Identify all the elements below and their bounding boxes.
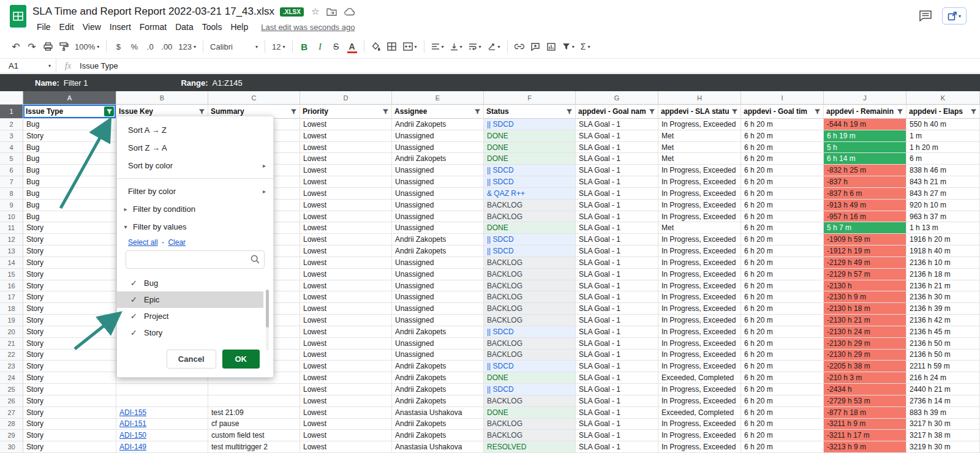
cell-J16[interactable]: -2130 h [824,280,907,292]
column-header-A[interactable]: A [23,91,116,105]
row-header-30[interactable]: 30 [0,441,23,453]
cell-D27[interactable]: Lowest [300,407,392,419]
cell-A6[interactable]: Bug [23,165,116,176]
cell-K29[interactable]: 3217 h 38 m [907,430,980,441]
cell-H25[interactable]: In Progress, Exceeded [658,384,741,395]
column-header-E[interactable]: E [392,91,484,105]
cell-J21[interactable]: -2130 h 29 m [824,338,907,350]
cell-K19[interactable]: 2136 h 42 m [907,315,980,326]
header-cell-appdevi-remainin[interactable]: appdevi - Remainin [824,105,907,119]
cell-A4[interactable]: Bug [23,142,116,154]
cell-C25[interactable] [208,384,300,395]
cell-J7[interactable]: -837 h [824,176,907,188]
cell-G5[interactable]: SLA Goal - 1 [576,153,658,165]
cell-J26[interactable]: -2729 h 53 m [824,395,907,407]
cell-F9[interactable]: BACKLOG [484,200,576,211]
cell-D15[interactable]: Lowest [300,269,392,280]
cell-D13[interactable]: Lowest [300,245,392,257]
paint-format-button[interactable] [56,39,71,54]
cell-I16[interactable]: 6 h 20 m [741,280,824,292]
cell-I30[interactable]: 6 h 20 m [741,441,824,453]
cell-F15[interactable]: BACKLOG [484,269,576,280]
cell-H26[interactable]: In Progress, Exceeded [658,395,741,407]
cell-J2[interactable]: -544 h 19 m [824,119,907,130]
select-all-link[interactable]: Select all [128,238,158,247]
header-cell-appdevi-goal-nam[interactable]: appdevi - Goal nam [576,105,658,119]
cell-G28[interactable]: SLA Goal - 1 [576,419,658,430]
cell-F2[interactable]: || SDCD [484,119,576,130]
dropdown-scrollbar[interactable] [266,290,269,351]
cell-K22[interactable]: 2136 h 50 m [907,350,980,361]
cell-G6[interactable]: SLA Goal - 1 [576,165,658,176]
create-filter-button[interactable]: ▾ [560,39,577,54]
cell-F12[interactable]: || SDCD [484,234,576,245]
cell-A17[interactable]: Story [23,291,116,303]
scrollbar-thumb[interactable] [266,290,269,328]
cell-H4[interactable]: Met [658,142,741,154]
cell-I29[interactable]: 6 h 20 m [741,430,824,441]
cell-G24[interactable]: SLA Goal - 1 [576,372,658,384]
cell-A8[interactable]: Bug [23,188,116,200]
row-header-9[interactable]: 9 [0,200,23,211]
cell-E11[interactable]: Unassigned [392,222,484,234]
cell-D16[interactable]: Lowest [300,280,392,292]
cell-D14[interactable]: Lowest [300,257,392,269]
cell-J9[interactable]: -913 h 49 m [824,200,907,211]
column-header-J[interactable]: J [824,91,907,105]
cell-G16[interactable]: SLA Goal - 1 [576,280,658,292]
cell-A3[interactable]: Story [23,130,116,142]
cell-G19[interactable]: SLA Goal - 1 [576,315,658,326]
cell-E17[interactable]: Unassigned [392,291,484,303]
cell-A21[interactable]: Story [23,338,116,350]
cell-E15[interactable]: Unassigned [392,269,484,280]
cell-D4[interactable]: Lowest [300,142,392,154]
cell-F7[interactable]: || SDCD [484,176,576,188]
menu-item-filter-by-color[interactable]: Filter by color▸ [117,182,273,200]
row-header-5[interactable]: 5 [0,153,23,165]
cell-C30[interactable]: test multitrigger 2 [208,441,300,453]
cell-F22[interactable]: BACKLOG [484,350,576,361]
row-header-15[interactable]: 15 [0,269,23,280]
bold-button[interactable]: B [297,39,312,54]
menu-help[interactable]: Help [226,21,252,33]
cell-G22[interactable]: SLA Goal - 1 [576,350,658,361]
cell-G10[interactable]: SLA Goal - 1 [576,211,658,223]
cell-F11[interactable]: DONE [484,222,576,234]
cell-F10[interactable]: BACKLOG [484,211,576,223]
cell-I9[interactable]: 6 h 20 m [741,200,824,211]
cell-A23[interactable]: Story [23,361,116,372]
filter-value-bug[interactable]: ✓Bug [117,275,273,291]
cell-D10[interactable]: Lowest [300,211,392,223]
filter-funnel-icon[interactable] [813,107,821,116]
cell-J15[interactable]: -2129 h 57 m [824,269,907,280]
row-header-11[interactable]: 11 [0,222,23,234]
cell-F8[interactable]: & QAZ R++ [484,188,576,200]
row-header-6[interactable]: 6 [0,165,23,176]
cell-H8[interactable]: In Progress, Exceeded [658,188,741,200]
cell-G13[interactable]: SLA Goal - 1 [576,245,658,257]
cell-I4[interactable]: 6 h 20 m [741,142,824,154]
cell-E8[interactable]: Unassigned [392,188,484,200]
insert-chart-button[interactable] [544,39,559,54]
filter-value-story[interactable]: ✓Story [117,324,273,341]
cell-A18[interactable]: Story [23,303,116,315]
row-header-29[interactable]: 29 [0,430,23,441]
cell-E30[interactable]: Anastasia Ushakova [392,441,484,453]
cell-J23[interactable]: -2205 h 38 m [824,361,907,372]
cell-E25[interactable]: Andrii Zakopets [392,384,484,395]
cell-H15[interactable]: In Progress, Exceeded [658,269,741,280]
cell-D12[interactable]: Lowest [300,234,392,245]
cell-H16[interactable]: In Progress, Exceeded [658,280,741,292]
cell-K10[interactable]: 963 h 37 m [907,211,980,223]
row-header-24[interactable]: 24 [0,372,23,384]
cell-H23[interactable]: In Progress, Exceeded [658,361,741,372]
cell-E18[interactable]: Unassigned [392,303,484,315]
cell-J14[interactable]: -2129 h 49 m [824,257,907,269]
cell-A27[interactable]: Story [23,407,116,419]
select-all-corner[interactable] [0,91,23,105]
cell-E5[interactable]: Andrii Zakopets [392,153,484,165]
cell-D25[interactable]: Lowest [300,384,392,395]
menu-file[interactable]: File [32,21,55,33]
cell-D21[interactable]: Lowest [300,338,392,350]
cell-F28[interactable]: BACKLOG [484,419,576,430]
